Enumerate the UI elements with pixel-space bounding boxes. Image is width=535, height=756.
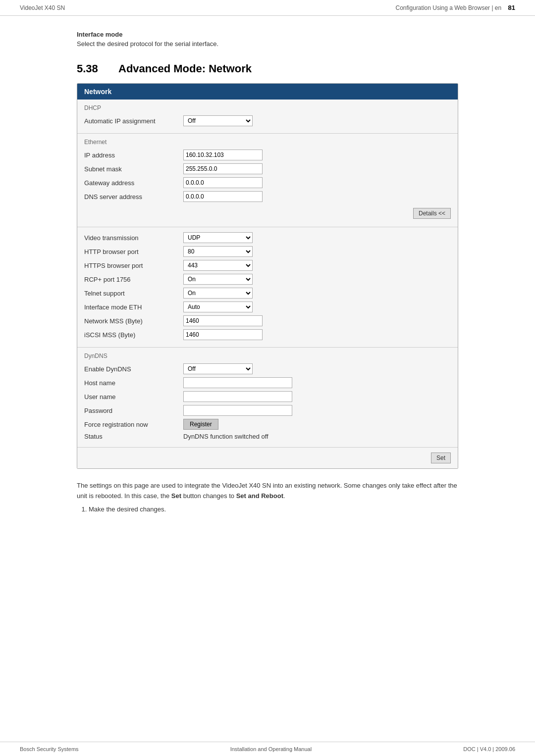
gateway-address-row: Gateway address	[84, 177, 451, 188]
iscsi-mss-row: iSCSI MSS (Byte)	[84, 329, 451, 340]
network-mss-input[interactable]	[183, 315, 263, 326]
footer-center: Installation and Operating Manual	[230, 746, 312, 752]
ethernet-group: Ethernet IP address Subnet mask Gateway …	[77, 134, 458, 227]
iscsi-mss-label: iSCSI MSS (Byte)	[84, 331, 183, 339]
dyndns-group: DynDNS Enable DynDNS Off On Host name Us…	[77, 348, 458, 448]
ip-address-input[interactable]	[183, 150, 263, 160]
details-button[interactable]: Details <<	[413, 208, 451, 219]
https-browser-port-row: HTTPS browser port 443	[84, 260, 451, 271]
footer-list: Make the desired changes.	[89, 504, 458, 515]
section-title: Advanced Mode: Network	[118, 62, 252, 75]
header-right: Configuration Using a Web Browser | en 8…	[396, 4, 515, 11]
host-name-input[interactable]	[183, 377, 292, 388]
password-input[interactable]	[183, 405, 292, 416]
register-button[interactable]: Register	[183, 419, 218, 430]
rcp-port-row: RCP+ port 1756 On Off	[84, 274, 451, 285]
ip-address-label: IP address	[84, 151, 183, 159]
page-number: 81	[508, 4, 515, 11]
details-row: Details <<	[84, 205, 451, 220]
rcp-port-label: RCP+ port 1756	[84, 276, 183, 283]
footer-right: DOC | V4.0 | 2009.06	[463, 746, 515, 752]
iscsi-mss-input[interactable]	[183, 329, 263, 340]
telnet-support-label: Telnet support	[84, 290, 183, 297]
https-browser-port-label: HTTPS browser port	[84, 262, 183, 269]
dyndns-label: DynDNS	[84, 353, 451, 359]
password-label: Password	[84, 407, 183, 414]
section-heading: 5.38 Advanced Mode: Network	[77, 62, 458, 75]
force-registration-row: Force registration now Register	[84, 419, 451, 430]
enable-dyndns-row: Enable DynDNS Off On	[84, 363, 451, 374]
footer-list-item-1: Make the desired changes.	[89, 504, 458, 515]
ethernet-label: Ethernet	[84, 139, 451, 146]
footer-period: .	[283, 492, 285, 500]
footer-bold-set-reboot: Set and Reboot	[236, 492, 283, 500]
host-name-row: Host name	[84, 377, 451, 388]
user-name-label: User name	[84, 393, 183, 401]
status-label: Status	[84, 433, 183, 440]
dns-server-row: DNS server address	[84, 191, 451, 202]
subnet-mask-label: Subnet mask	[84, 165, 183, 173]
interface-mode-eth-label: Interface mode ETH	[84, 303, 183, 311]
http-browser-port-label: HTTP browser port	[84, 248, 183, 255]
interface-mode-description: Select the desired protocol for the seri…	[77, 40, 458, 48]
network-panel-header: Network	[77, 84, 458, 100]
automatic-ip-row: Automatic IP assignment Off On	[84, 115, 451, 126]
automatic-ip-label: Automatic IP assignment	[84, 117, 183, 125]
dns-server-input[interactable]	[183, 191, 263, 202]
footer-bold-set: Set	[171, 492, 181, 500]
enable-dyndns-label: Enable DynDNS	[84, 365, 183, 373]
header-right-text: Configuration Using a Web Browser | en	[396, 4, 502, 11]
http-browser-port-row: HTTP browser port 80	[84, 246, 451, 257]
header-bar: VideoJet X40 SN Configuration Using a We…	[0, 0, 535, 16]
set-button[interactable]: Set	[431, 453, 451, 463]
force-registration-label: Force registration now	[84, 421, 183, 428]
footer-text: The settings on this page are used to in…	[77, 481, 458, 514]
enable-dyndns-select[interactable]: Off On	[183, 363, 253, 374]
subnet-mask-input[interactable]	[183, 163, 263, 174]
host-name-label: Host name	[84, 379, 183, 387]
telnet-support-row: Telnet support On Off	[84, 288, 451, 299]
telnet-support-select[interactable]: On Off	[183, 288, 253, 299]
interface-mode-title: Interface mode	[77, 31, 458, 38]
password-row: Password	[84, 405, 451, 416]
video-transmission-label: Video transmission	[84, 234, 183, 242]
set-row: Set	[77, 448, 458, 468]
gateway-address-input[interactable]	[183, 177, 263, 188]
footer-paragraph-1: The settings on this page are used to in…	[77, 481, 458, 502]
network-mss-label: Network MSS (Byte)	[84, 317, 183, 325]
automatic-ip-select[interactable]: Off On	[183, 115, 253, 126]
dns-server-label: DNS server address	[84, 193, 183, 201]
gateway-address-label: Gateway address	[84, 179, 183, 187]
video-transmission-row: Video transmission UDP TCP	[84, 232, 451, 243]
network-panel: Network DHCP Automatic IP assignment Off…	[77, 83, 458, 469]
interface-mode-eth-row: Interface mode ETH Auto	[84, 302, 451, 312]
https-browser-port-select[interactable]: 443	[183, 260, 253, 271]
footer-left: Bosch Security Systems	[20, 746, 79, 752]
subnet-mask-row: Subnet mask	[84, 163, 451, 174]
user-name-row: User name	[84, 391, 451, 402]
network-mss-row: Network MSS (Byte)	[84, 315, 451, 326]
network-panel-body: DHCP Automatic IP assignment Off On Ethe…	[77, 100, 458, 468]
dhcp-group: DHCP Automatic IP assignment Off On	[77, 100, 458, 134]
status-value: DynDNS function switched off	[183, 433, 268, 440]
status-row: Status DynDNS function switched off	[84, 433, 451, 440]
interface-mode-section: Interface mode Select the desired protoc…	[77, 31, 458, 48]
footer-text-2: button changes to	[183, 492, 234, 500]
network-settings-group: Video transmission UDP TCP HTTP browser …	[77, 227, 458, 348]
section-number: 5.38	[77, 62, 107, 75]
http-browser-port-select[interactable]: 80	[183, 246, 253, 257]
interface-mode-eth-select[interactable]: Auto	[183, 302, 253, 312]
rcp-port-select[interactable]: On Off	[183, 274, 253, 285]
header-left: VideoJet X40 SN	[20, 4, 65, 11]
video-transmission-select[interactable]: UDP TCP	[183, 232, 253, 243]
main-content: Interface mode Select the desired protoc…	[0, 16, 535, 529]
dhcp-label: DHCP	[84, 104, 451, 111]
footer-bar: Bosch Security Systems Installation and …	[0, 742, 535, 756]
user-name-input[interactable]	[183, 391, 292, 402]
ip-address-row: IP address	[84, 150, 451, 160]
